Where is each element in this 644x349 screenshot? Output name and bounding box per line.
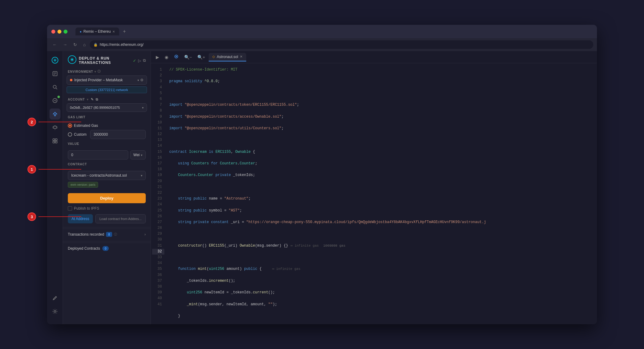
line-num-4: 4 xyxy=(155,85,162,90)
forward-button[interactable]: → xyxy=(61,41,69,48)
check-icon: ✓ xyxy=(133,58,136,63)
radio-inner xyxy=(69,125,71,127)
account-chevron-icon: ▾ xyxy=(142,106,144,109)
contract-section: Icecream - contracts/Astronaut.sol ▾ evm… xyxy=(63,167,151,190)
load-contract-button[interactable]: Load contract from Addres... xyxy=(95,214,146,223)
estimated-gas-radio[interactable] xyxy=(68,123,72,128)
account-value: 0xDbB...2b5E7 (80.99996051075 xyxy=(70,106,120,109)
popout-icon[interactable]: ⧉ xyxy=(143,58,146,63)
publish-ipfs-checkbox[interactable] xyxy=(68,206,72,211)
expand-icon[interactable]: ▷ xyxy=(138,58,141,63)
account-select[interactable]: 0xDbB...2b5E7 (80.99996051075 ▾ xyxy=(67,103,147,112)
new-tab-button[interactable]: + xyxy=(120,28,128,35)
svg-marker-10 xyxy=(53,112,57,116)
line-num-17: 17 xyxy=(155,161,162,167)
sidebar-item-logo[interactable] xyxy=(49,55,60,66)
deploy-button[interactable]: Deploy xyxy=(68,193,146,203)
address-bar[interactable]: 🔒 https://remix.ethereum.org/ xyxy=(90,40,593,49)
info-icon-env[interactable]: ⓘ xyxy=(97,69,101,74)
line-num-8: 8 xyxy=(155,108,162,114)
back-button[interactable]: ← xyxy=(51,41,59,48)
annotation-circle-2: 2 xyxy=(27,118,36,126)
minimize-button[interactable] xyxy=(57,30,61,34)
sidebar-item-settings[interactable] xyxy=(49,306,60,317)
code-line-19: _tokenIds.increment(); xyxy=(169,278,592,284)
contract-select[interactable]: Icecream - contracts/Astronaut.sol ▾ xyxy=(68,171,146,180)
line-num-33: 33 xyxy=(155,255,162,260)
browser-window: ● Remix – Ethereu ✕ + ← → ↻ ⌂ 🔒 https://… xyxy=(47,25,597,324)
run-button[interactable]: ▶ xyxy=(154,53,161,61)
sidebar-item-compile[interactable] xyxy=(49,95,60,106)
edit-account-icon[interactable]: ✎ xyxy=(91,97,94,101)
line-num-30: 30 xyxy=(155,237,162,243)
line-num-5: 5 xyxy=(155,90,162,96)
tab-close-icon[interactable]: ✕ xyxy=(112,30,115,33)
environment-select[interactable]: Injected Provider – MetaMask ▾ ⚙ xyxy=(67,75,147,85)
code-content[interactable]: // SPDX-License-Identifier: MIT pragma s… xyxy=(164,63,597,324)
line-num-12: 12 xyxy=(155,131,162,137)
unit-select[interactable]: Wei ▾ xyxy=(130,150,146,160)
line-num-36: 36 xyxy=(155,272,162,278)
file-tab-close-icon[interactable]: ✕ xyxy=(240,55,243,59)
code-line-11 xyxy=(169,184,592,190)
estimated-gas-label: Estimated Gas xyxy=(74,123,98,128)
maximize-button[interactable] xyxy=(64,30,68,34)
reload-button[interactable]: ↻ xyxy=(71,41,79,48)
custom-gas-row: Custom xyxy=(68,130,146,139)
tab-favicon: ● xyxy=(80,30,82,33)
account-label: ACCOUNT ▾ ✎ ⧉ xyxy=(63,96,151,103)
sidebar-item-files[interactable] xyxy=(49,68,60,79)
sidebar-item-plugins[interactable] xyxy=(49,135,60,146)
file-tab-astronaut[interactable]: ◇ Astronaut.sol ✕ xyxy=(209,53,246,61)
code-line-9: using Counters for Counters.Counter; xyxy=(169,161,592,167)
close-button[interactable] xyxy=(51,30,55,34)
zoom-in-button[interactable]: 🔍+ xyxy=(196,53,207,61)
sidebar-item-debug[interactable] xyxy=(49,122,60,133)
line-num-10: 10 xyxy=(155,120,162,126)
at-address-button[interactable]: At Address xyxy=(68,214,93,223)
code-line-8: contract Icecream is ERC1155, Ownable { xyxy=(169,149,592,155)
compile-badge xyxy=(57,96,60,98)
line-num-21: 21 xyxy=(155,184,162,190)
active-tab[interactable]: ● Remix – Ethereu ✕ xyxy=(75,28,119,35)
sidebar-item-pen[interactable] xyxy=(49,292,60,303)
svg-point-24 xyxy=(176,56,177,57)
sidebar-item-deploy[interactable] xyxy=(49,108,60,119)
line-num-24: 24 xyxy=(155,202,162,208)
editor-toolbar: ▶ ◉ 🔍− 🔍+ ◇ Astronaut.sol ✕ xyxy=(151,51,597,63)
line-num-1: 1 xyxy=(155,67,162,73)
estimated-gas-option[interactable]: Estimated Gas xyxy=(68,123,146,129)
line-num-32: 32 xyxy=(152,249,164,255)
copy-account-icon[interactable]: ⧉ xyxy=(96,97,98,101)
dropdown-arrow-account: ▾ xyxy=(87,98,89,101)
custom-gas-input[interactable] xyxy=(90,130,146,139)
home-button[interactable]: ⌂ xyxy=(81,41,87,48)
value-input[interactable] xyxy=(68,150,128,160)
custom-gas-option[interactable]: Custom xyxy=(68,131,86,138)
line-num-29: 29 xyxy=(155,231,162,237)
main-content: DEPLOY & RUNTRANSACTIONS ✓ ▷ ⧉ ENVIRONME… xyxy=(47,51,597,324)
code-line-20: uint256 newItemId = _tokenIds.current(); xyxy=(169,290,592,296)
code-line-10: Counters.Counter private _tokenIds; xyxy=(169,172,592,178)
line-num-15: 15 xyxy=(155,149,162,155)
line-num-28: 28 xyxy=(155,225,162,231)
code-line-2: pragma solidity ^0.8.0; xyxy=(169,79,592,84)
code-line-7 xyxy=(169,137,592,143)
zoom-out-button[interactable]: 🔍− xyxy=(182,53,194,61)
gas-limit-section: Estimated Gas Custom xyxy=(63,120,151,140)
code-line-6: import "@openzeppelin/contracts/utils/Co… xyxy=(169,126,592,131)
env-settings-icon[interactable]: ⚙ xyxy=(140,78,144,82)
url-text: https://remix.ethereum.org/ xyxy=(100,42,143,47)
gas-limit-label: GAS LIMIT xyxy=(63,114,151,120)
file-tab-name: Astronaut.sol xyxy=(217,55,238,59)
line-num-27: 27 xyxy=(155,219,162,225)
info-icon-tx[interactable]: ⓘ xyxy=(114,232,117,237)
transactions-row[interactable]: Transactions recorded 8 ⓘ › xyxy=(63,229,151,240)
stop-button[interactable]: ◉ xyxy=(163,53,170,61)
value-row: Wei ▾ xyxy=(68,150,146,160)
watch-button[interactable] xyxy=(172,53,181,61)
sidebar-item-search[interactable] xyxy=(49,82,60,93)
contract-chevron-icon: ▾ xyxy=(141,174,142,177)
custom-gas-radio[interactable] xyxy=(68,132,72,137)
code-line-12: string public name = "Astronaut"; xyxy=(169,196,592,202)
